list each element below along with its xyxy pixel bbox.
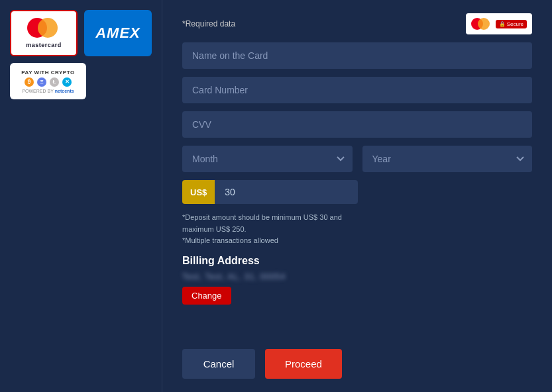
- cancel-button[interactable]: Cancel: [182, 349, 255, 379]
- required-text: *Required data: [182, 19, 235, 28]
- amex-logo: AMEX: [95, 24, 140, 42]
- deposit-note-line3: *Multiple transactions allowed: [182, 235, 532, 247]
- action-buttons: Cancel Proceed: [182, 342, 532, 379]
- name-on-card-input[interactable]: [182, 42, 532, 69]
- lock-icon: 🔒: [499, 21, 506, 27]
- secure-badge: 🔒 Secure: [496, 20, 527, 28]
- eth-icon: Ξ: [37, 77, 46, 87]
- change-button[interactable]: Change: [182, 287, 231, 305]
- secure-text: Secure: [507, 21, 524, 27]
- netcents-text: netcents: [55, 89, 74, 93]
- month-select[interactable]: MonthJanuaryFebruaryMarchAprilMayJuneJul…: [182, 146, 353, 172]
- currency-badge: US$: [182, 180, 215, 204]
- proceed-button[interactable]: Proceed: [265, 349, 342, 379]
- cvv-input[interactable]: [182, 111, 532, 138]
- crypto-option[interactable]: PAY WITH CRYPTO ₿ Ξ Ł ✕ POWERED BY netce…: [10, 63, 86, 99]
- xrp-icon: ✕: [62, 77, 72, 87]
- amex-option[interactable]: AMEX: [84, 10, 152, 56]
- mastercard-option[interactable]: mastercard: [10, 10, 78, 56]
- mc-circle-right: [38, 18, 58, 38]
- expiry-row: MonthJanuaryFebruaryMarchAprilMayJuneJul…: [182, 146, 532, 172]
- mastercard-label: mastercard: [26, 42, 62, 48]
- payment-options-row: mastercard AMEX: [10, 10, 152, 56]
- deposit-note-line1: *Deposit amount should be minimum US$ 30…: [182, 212, 532, 224]
- mc-circles: [27, 18, 60, 39]
- powered-by-text: POWERED BY: [22, 89, 53, 93]
- form-header: *Required data 🔒 Secure: [182, 13, 532, 34]
- sidebar: mastercard AMEX PAY WITH CRYPTO ₿ Ξ Ł ✕ …: [0, 0, 162, 392]
- main-content: *Required data 🔒 Secure MonthJanuaryFebr…: [162, 0, 552, 392]
- powered-by: POWERED BY netcents: [22, 89, 74, 93]
- amount-input[interactable]: [215, 180, 358, 204]
- mastercard-logo: mastercard: [26, 18, 62, 48]
- billing-address: Test, Test, AL, 31, 00054: [182, 272, 532, 281]
- billing-section: Billing Address Test, Test, AL, 31, 0005…: [182, 255, 532, 305]
- billing-title: Billing Address: [182, 255, 532, 267]
- crypto-icons-row: ₿ Ξ Ł ✕: [25, 77, 72, 87]
- card-logos: 🔒 Secure: [466, 13, 532, 34]
- deposit-note-line2: maximum US$ 250.: [182, 224, 532, 236]
- ltc-icon: Ł: [50, 77, 59, 87]
- btc-icon: ₿: [25, 77, 34, 87]
- amount-row: US$: [182, 180, 358, 204]
- crypto-label: PAY WITH CRYPTO: [21, 70, 74, 75]
- deposit-note: *Deposit amount should be minimum US$ 30…: [182, 212, 532, 247]
- year-select[interactable]: Year202420252026202720282029203020312032…: [362, 146, 533, 172]
- card-number-input[interactable]: [182, 77, 532, 103]
- mc-small-logo: [471, 17, 492, 31]
- mc-small-right: [478, 18, 490, 30]
